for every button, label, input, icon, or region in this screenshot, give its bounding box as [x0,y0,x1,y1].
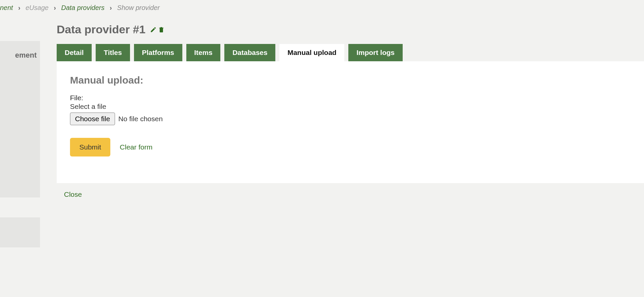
file-status: No file chosen [118,115,163,123]
choose-file-button[interactable]: Choose file [70,113,115,125]
close-link[interactable]: Close [64,190,82,198]
chevron-right-icon: › [54,4,56,11]
tab-platforms[interactable]: Platforms [134,44,182,61]
tab-detail[interactable]: Detail [57,44,92,61]
breadcrumb: nent › eUsage › Data providers › Show pr… [0,0,644,20]
manual-upload-panel: Manual upload: File: Select a file Choos… [57,61,644,183]
tab-items[interactable]: Items [186,44,221,61]
panel-title: Manual upload: [70,75,631,86]
sidebar-block [0,217,40,247]
sidebar: ement [0,20,40,297]
breadcrumb-item[interactable]: nent [0,4,13,11]
tabs: Detail Titles Platforms Items Databases … [57,44,644,61]
tab-titles[interactable]: Titles [96,44,130,61]
breadcrumb-item[interactable]: Data providers [61,4,104,11]
sidebar-block: ement [0,41,40,197]
edit-icon[interactable] [150,26,157,33]
submit-button[interactable]: Submit [70,138,110,156]
chevron-right-icon: › [18,4,21,11]
select-file-label: Select a file [70,103,631,111]
tab-import-logs[interactable]: Import logs [348,44,402,61]
breadcrumb-current: Show provider [117,4,160,11]
tab-manual-upload[interactable]: Manual upload [279,44,344,61]
page-title: Data provider #1 [57,23,145,36]
clear-form-link[interactable]: Clear form [120,143,152,151]
main-content: Data provider #1 Detail Titles Platforms… [40,20,644,297]
file-label: File: [70,94,631,102]
breadcrumb-item[interactable]: eUsage [26,4,49,11]
sidebar-text: ement [15,51,37,59]
tab-databases[interactable]: Databases [224,44,275,61]
trash-icon[interactable] [158,26,165,33]
chevron-right-icon: › [110,4,112,11]
